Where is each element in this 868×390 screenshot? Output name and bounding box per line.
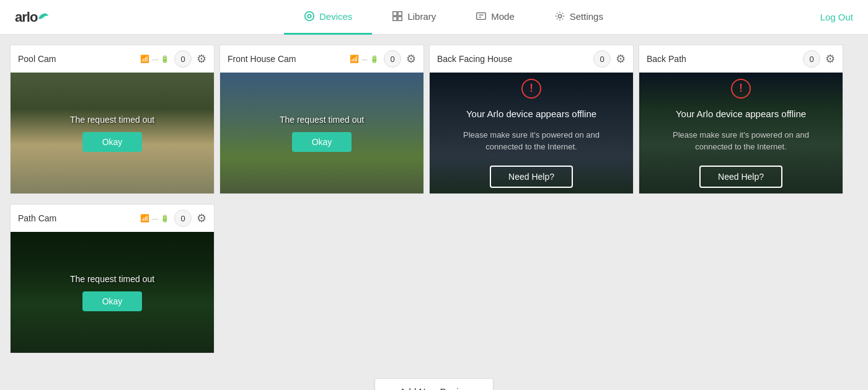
svg-point-9	[558, 14, 561, 17]
wifi-icon-5: 📶	[140, 214, 149, 223]
camera-header-back-path: Back Path 0 ⚙	[639, 45, 843, 73]
offline-warning-icon-2: !	[731, 79, 751, 99]
wifi-icon-2: 📶	[350, 55, 359, 63]
timeout-overlay-2: The request timed out Okay	[220, 73, 423, 193]
signal-icon-2: —	[361, 56, 368, 63]
camera-card-back-path: Back Path 0 ⚙ ! Your Arlo device appears…	[639, 45, 843, 194]
battery-icon: 🔋	[161, 55, 169, 63]
camera-row-1: Pool Cam 📶 — 🔋 0 ⚙ The request timed out…	[10, 45, 858, 199]
nav-library[interactable]: Library	[372, 0, 456, 35]
nav-mode-label: Mode	[491, 11, 515, 22]
camera-preview-path-cam: The request timed out Okay	[11, 232, 214, 353]
offline-overlay: ! Your Arlo device appears offline Pleas…	[430, 73, 633, 193]
camera-header-back-facing-house: Back Facing House 0 ⚙	[430, 45, 633, 73]
clip-count-3: 0	[593, 50, 611, 68]
timeout-overlay: The request timed out Okay	[11, 73, 214, 193]
okay-button-5[interactable]: Okay	[82, 291, 143, 311]
offline-warning-icon: !	[521, 79, 541, 99]
logo-swoosh-icon	[37, 12, 50, 22]
nav-mode[interactable]: Mode	[456, 0, 534, 35]
svg-rect-6	[477, 13, 485, 20]
battery-icon-5: 🔋	[161, 215, 169, 223]
camera-header-pool-cam: Pool Cam 📶 — 🔋 0 ⚙	[11, 45, 214, 73]
settings-gear-button-3[interactable]: ⚙	[616, 52, 626, 66]
svg-rect-3	[398, 12, 402, 16]
offline-sub-2: Please make sure it's powered on and con…	[673, 129, 809, 153]
svg-point-1	[308, 14, 311, 17]
need-help-button[interactable]: Need Help?	[490, 166, 573, 188]
okay-button-2[interactable]: Okay	[292, 132, 352, 152]
camera-row-2: Path Cam 📶 — 🔋 0 ⚙ The request timed out…	[10, 204, 858, 358]
camera-name-front-house-cam: Front House Cam	[228, 54, 350, 64]
svg-point-0	[305, 12, 314, 20]
logo-text: arlo	[15, 9, 37, 25]
nav-library-label: Library	[407, 11, 436, 22]
timeout-message: The request timed out	[70, 115, 154, 125]
settings-gear-button-5[interactable]: ⚙	[197, 211, 206, 225]
settings-gear-button[interactable]: ⚙	[197, 52, 206, 66]
offline-title-2: Your Arlo device appears offline	[676, 109, 806, 119]
signal-icon: —	[152, 56, 158, 63]
need-help-button-2[interactable]: Need Help?	[699, 166, 782, 188]
signal-icon-5: —	[152, 215, 158, 222]
camera-preview-back-path: ! Your Arlo device appears offline Pleas…	[639, 73, 843, 193]
camera-header-path-cam: Path Cam 📶 — 🔋 0 ⚙	[11, 205, 214, 232]
clip-count-2: 0	[384, 50, 401, 68]
clip-count: 0	[174, 50, 192, 68]
svg-rect-2	[393, 12, 397, 16]
camera-status-icons: 📶 — 🔋	[140, 55, 169, 63]
devices-icon	[304, 11, 315, 22]
offline-overlay-2: ! Your Arlo device appears offline Pleas…	[639, 73, 843, 193]
nav-settings-label: Settings	[570, 11, 603, 22]
svg-rect-5	[398, 17, 402, 20]
nav-devices-label: Devices	[319, 11, 352, 22]
svg-rect-4	[393, 17, 397, 20]
camera-preview-pool-cam: The request timed out Okay	[11, 73, 214, 193]
wifi-icon: 📶	[140, 55, 149, 63]
clip-count-5: 0	[174, 210, 192, 227]
camera-preview-front-house-cam: The request timed out Okay	[220, 73, 423, 193]
add-device-row: Add New Device	[10, 358, 858, 390]
camera-header-front-house-cam: Front House Cam 📶 — 🔋 0 ⚙	[220, 45, 423, 73]
camera-card-path-cam: Path Cam 📶 — 🔋 0 ⚙ The request timed out…	[10, 204, 215, 353]
camera-card-back-facing-house: Back Facing House 0 ⚙ ! Your Arlo device…	[429, 45, 634, 194]
camera-card-front-house-cam: Front House Cam 📶 — 🔋 0 ⚙ The request ti…	[219, 45, 424, 194]
camera-name-pool-cam: Pool Cam	[18, 54, 140, 64]
clip-count-4: 0	[803, 50, 820, 68]
logo: arlo	[15, 9, 50, 25]
logout-button[interactable]: Log Out	[820, 12, 853, 22]
settings-gear-button-2[interactable]: ⚙	[406, 52, 416, 66]
add-device-button[interactable]: Add New Device	[374, 378, 494, 390]
main-content: Pool Cam 📶 — 🔋 0 ⚙ The request timed out…	[0, 35, 868, 390]
offline-title: Your Arlo device appears offline	[466, 109, 596, 119]
timeout-overlay-5: The request timed out Okay	[11, 232, 214, 353]
library-icon	[392, 11, 403, 22]
main-nav: Devices Library Mode	[87, 0, 820, 35]
camera-name-back-path: Back Path	[647, 54, 803, 64]
battery-icon-2: 🔋	[370, 55, 379, 63]
camera-card-pool-cam: Pool Cam 📶 — 🔋 0 ⚙ The request timed out…	[10, 45, 215, 194]
camera-name-path-cam: Path Cam	[18, 213, 140, 223]
timeout-message-5: The request timed out	[70, 274, 154, 284]
header: arlo Devices Library	[0, 0, 868, 35]
settings-icon	[554, 11, 565, 22]
camera-status-icons-2: 📶 — 🔋	[350, 55, 379, 63]
camera-preview-back-facing-house: ! Your Arlo device appears offline Pleas…	[430, 73, 633, 193]
settings-gear-button-4[interactable]: ⚙	[825, 52, 835, 66]
nav-settings[interactable]: Settings	[534, 0, 623, 35]
camera-status-icons-5: 📶 — 🔋	[140, 214, 169, 223]
camera-name-back-facing-house: Back Facing House	[437, 54, 593, 64]
offline-sub: Please make sure it's powered on and con…	[463, 129, 600, 153]
timeout-message-2: The request timed out	[280, 115, 364, 125]
nav-devices[interactable]: Devices	[284, 0, 372, 35]
mode-icon	[476, 11, 487, 22]
okay-button[interactable]: Okay	[82, 132, 143, 152]
